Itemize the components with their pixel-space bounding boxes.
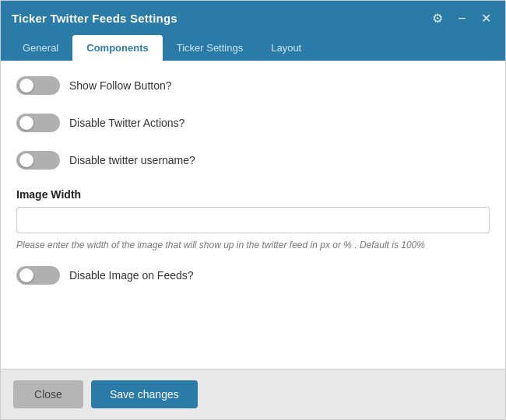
disable-twitter-actions-row: Disable Twitter Actions? <box>16 114 490 132</box>
close-icon: ✕ <box>481 12 491 25</box>
disable-twitter-username-row: Disable twitter username? <box>16 151 490 170</box>
tab-layout[interactable]: Layout <box>257 35 315 61</box>
title-bar: Ticker Twitter Feeds Settings ⚙ – ✕ <box>1 1 505 35</box>
toggle-thumb <box>19 79 33 93</box>
tab-content: Show Follow Button? Disable Twitter Acti… <box>1 61 505 369</box>
window-title: Ticker Twitter Feeds Settings <box>12 12 177 25</box>
toggle-thumb <box>19 153 33 167</box>
title-bar-controls: ⚙ – ✕ <box>429 9 494 27</box>
close-window-button[interactable]: ✕ <box>478 9 494 27</box>
gear-button[interactable]: ⚙ <box>429 9 446 27</box>
footer: Close Save changes <box>1 369 505 419</box>
close-button[interactable]: Close <box>13 380 83 408</box>
settings-window: Ticker Twitter Feeds Settings ⚙ – ✕ Gene… <box>0 0 506 420</box>
disable-image-on-feeds-label: Disable Image on Feeds? <box>69 269 194 282</box>
tab-bar: General Components Ticker Settings Layou… <box>1 35 505 61</box>
tab-ticker-settings[interactable]: Ticker Settings <box>163 35 258 61</box>
image-width-hint: Please enter the width of the image that… <box>16 238 490 252</box>
show-follow-button-label: Show Follow Button? <box>69 79 172 92</box>
gear-icon: ⚙ <box>432 12 443 25</box>
show-follow-button-toggle[interactable] <box>16 76 60 95</box>
minimize-icon: – <box>459 11 466 24</box>
minimize-button[interactable]: – <box>455 9 469 26</box>
disable-twitter-username-toggle[interactable] <box>16 151 60 170</box>
image-width-input[interactable] <box>16 207 490 233</box>
disable-twitter-username-label: Disable twitter username? <box>69 154 195 166</box>
disable-twitter-actions-toggle[interactable] <box>16 114 60 132</box>
image-width-label: Image Width <box>16 188 490 201</box>
save-button[interactable]: Save changes <box>91 380 198 408</box>
image-width-group: Image Width Please enter the width of th… <box>16 188 490 252</box>
tab-components[interactable]: Components <box>72 35 162 61</box>
disable-twitter-actions-label: Disable Twitter Actions? <box>69 117 184 129</box>
toggle-thumb <box>19 268 33 282</box>
disable-image-on-feeds-toggle[interactable] <box>16 266 60 285</box>
disable-image-on-feeds-row: Disable Image on Feeds? <box>16 266 490 285</box>
tab-general[interactable]: General <box>9 35 72 61</box>
show-follow-button-row: Show Follow Button? <box>16 76 490 95</box>
toggle-thumb <box>19 116 33 130</box>
